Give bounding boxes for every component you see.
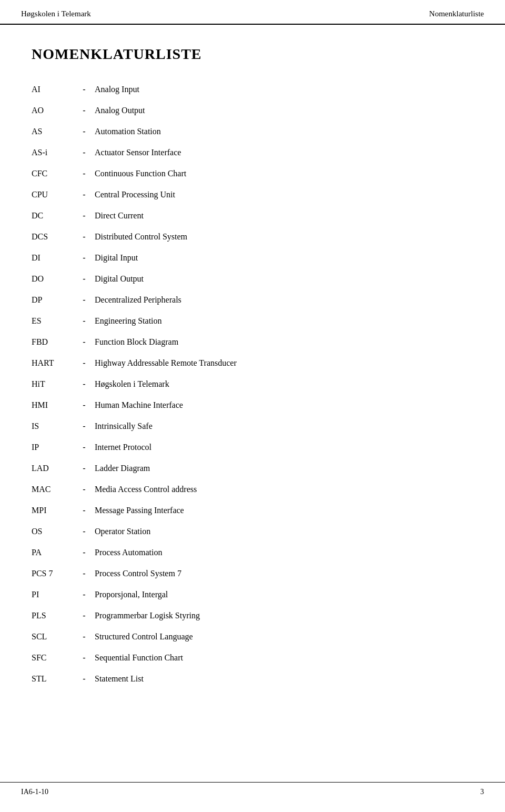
abbr-dash: - [74,148,95,157]
abbr-row: PA-Process Automation [32,543,473,563]
abbr-row: HMI-Human Machine Interface [32,395,473,415]
abbr-row: DC-Direct Current [32,206,473,226]
abbr-row: HART-Highway Addressable Remote Transduc… [32,353,473,373]
abbr-row: PLS-Programmerbar Logisk Styring [32,606,473,626]
abbr-row: LAD-Ladder Diagram [32,458,473,478]
abbr-code: AS [32,127,74,136]
abbr-dash: - [74,274,95,284]
abbr-definition: Function Block Diagram [95,337,473,347]
abbr-definition: Message Passing Interface [95,506,473,515]
footer-doc-id: IA6-1-10 [21,788,48,796]
main-content: NOMENKLATURLISTE AI-Analog InputAO-Analo… [0,25,505,721]
page-title: NOMENKLATURLISTE [32,46,473,63]
abbr-dash: - [74,590,95,599]
abbr-code: OS [32,527,74,536]
abbr-row: AI-Analog Input [32,79,473,99]
abbr-row: STL-Statement List [32,669,473,689]
abbr-code: SFC [32,653,74,663]
abbr-code: AS-i [32,148,74,157]
abbr-definition: Sequential Function Chart [95,653,473,663]
abbr-definition: Process Control System 7 [95,569,473,578]
abbr-row: AS-i-Actuator Sensor Interface [32,143,473,163]
abbr-row: MPI-Message Passing Interface [32,500,473,520]
abbr-dash: - [74,506,95,515]
abbr-definition: Highway Addressable Remote Transducer [95,358,473,368]
abbr-code: FBD [32,337,74,347]
abbr-definition: Programmerbar Logisk Styring [95,611,473,620]
abbr-row: SFC-Sequential Function Chart [32,648,473,668]
abbr-definition: Høgskolen i Telemark [95,379,473,389]
abbr-row: DP-Decentralized Peripherals [32,290,473,310]
abbr-code: IP [32,443,74,452]
abbr-dash: - [74,295,95,305]
abbr-dash: - [74,169,95,178]
abbr-definition: Actuator Sensor Interface [95,148,473,157]
abbr-dash: - [74,85,95,94]
abbr-row: MAC-Media Access Control address [32,479,473,499]
abbr-definition: Internet Protocol [95,443,473,452]
abbr-code: STL [32,674,74,684]
abbr-dash: - [74,211,95,220]
abbr-code: HiT [32,379,74,389]
abbr-definition: Intrinsically Safe [95,422,473,431]
abbr-row: PCS 7-Process Control System 7 [32,564,473,584]
abbr-definition: Analog Input [95,85,473,94]
abbr-row: IS-Intrinsically Safe [32,416,473,436]
header-section: Nomenklaturliste [429,9,484,18]
abbr-dash: - [74,127,95,136]
abbr-code: IS [32,422,74,431]
abbr-dash: - [74,358,95,368]
abbr-definition: Ladder Diagram [95,464,473,473]
abbr-dash: - [74,400,95,410]
abbr-dash: - [74,569,95,578]
abbr-dash: - [74,337,95,347]
abbr-definition: Decentralized Peripherals [95,295,473,305]
abbr-definition: Analog Output [95,106,473,115]
abbr-code: ES [32,316,74,326]
abbr-dash: - [74,611,95,620]
page-header: Høgskolen i Telemark Nomenklaturliste [0,0,505,25]
abbr-row: DO-Digital Output [32,269,473,289]
abbr-dash: - [74,464,95,473]
abbr-code: HART [32,358,74,368]
abbr-code: SCL [32,632,74,641]
abbr-dash: - [74,674,95,684]
abbr-dash: - [74,106,95,115]
abbr-dash: - [74,232,95,242]
abbr-definition: Digital Output [95,274,473,284]
abbr-code: DCS [32,232,74,242]
abbr-definition: Direct Current [95,211,473,220]
abbr-dash: - [74,548,95,557]
abbr-row: OS-Operator Station [32,522,473,542]
abbr-row: DCS-Distributed Control System [32,227,473,247]
abbr-code: PA [32,548,74,557]
abbr-definition: Distributed Control System [95,232,473,242]
abbr-dash: - [74,379,95,389]
footer-page-number: 3 [480,788,484,796]
abbr-dash: - [74,422,95,431]
page-footer: IA6-1-10 3 [0,782,505,801]
abbr-code: DO [32,274,74,284]
abbr-row: AS-Automation Station [32,122,473,142]
abbr-definition: Central Processing Unit [95,190,473,199]
abbr-definition: Statement List [95,674,473,684]
abbr-definition: Automation Station [95,127,473,136]
abbr-definition: Proporsjonal, Intergal [95,590,473,599]
abbr-row: PI-Proporsjonal, Intergal [32,585,473,605]
abbr-row: DI-Digital Input [32,248,473,268]
abbr-dash: - [74,253,95,263]
abbr-code: CPU [32,190,74,199]
abbr-row: FBD-Function Block Diagram [32,332,473,352]
abbr-code: PLS [32,611,74,620]
abbr-row: CFC-Continuous Function Chart [32,164,473,184]
abbr-code: DC [32,211,74,220]
abbr-definition: Engineering Station [95,316,473,326]
abbr-row: AO-Analog Output [32,101,473,121]
abbr-dash: - [74,632,95,641]
abbr-definition: Media Access Control address [95,485,473,494]
abbr-code: DI [32,253,74,263]
abbr-dash: - [74,485,95,494]
abbr-code: HMI [32,400,74,410]
abbr-code: AO [32,106,74,115]
abbr-code: LAD [32,464,74,473]
